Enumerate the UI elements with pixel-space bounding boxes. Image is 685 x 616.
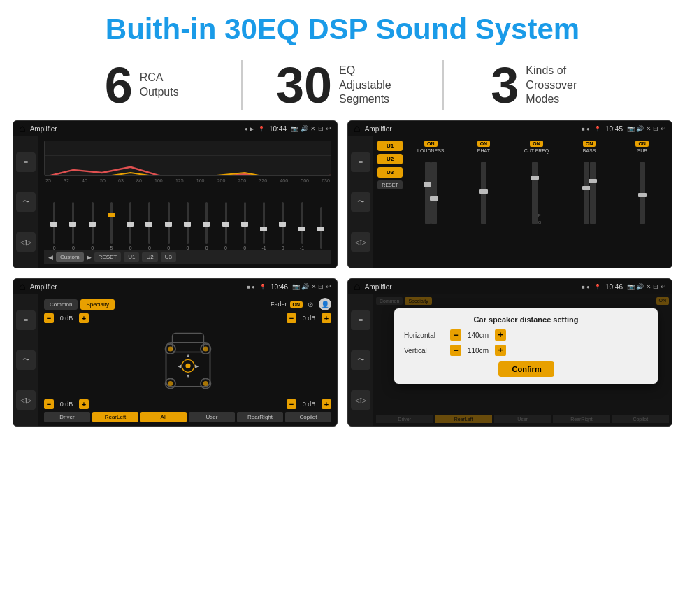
xo-screen-body: ≡ 〜 ◁▷ U1 U2 U3 RESET ON LOUDNESS (348, 136, 672, 268)
svg-text:◀: ◀ (177, 363, 181, 369)
fl-db-value: 0 dB (57, 315, 76, 322)
fl-plus[interactable]: + (79, 313, 89, 323)
dialog-screen-title: Amplifier (365, 283, 577, 291)
driver-btn[interactable]: Driver (44, 412, 90, 422)
home-icon[interactable]: ⌂ (19, 122, 26, 135)
fader-home-icon[interactable]: ⌂ (19, 280, 26, 293)
specialty-mode-btn[interactable]: Specialty (80, 299, 114, 310)
xo-home-icon[interactable]: ⌂ (354, 122, 361, 135)
fl-minus[interactable]: − (44, 313, 54, 323)
vertical-value: 110cm (464, 347, 492, 354)
xo-screen-header: ⌂ Amplifier ■ ● 📍 10:45 📷 🔊 ✕ ⊟ ↩ (348, 121, 672, 136)
eq-main-content: 253240506380100125160200250320400500630 … (38, 136, 337, 268)
horizontal-minus[interactable]: − (450, 329, 461, 341)
confirm-button[interactable]: Confirm (498, 361, 554, 377)
fader-mode-row: Common Specialty Fader ON ⊘ 👤 (44, 298, 331, 310)
dialog-sidebar-btn3[interactable]: ◁▷ (351, 390, 370, 410)
svg-text:▶: ▶ (195, 363, 199, 369)
eq-u3-btn[interactable]: U3 (161, 252, 176, 262)
stat-rca-label: RCA Outputs (140, 71, 179, 100)
all-btn[interactable]: All (140, 412, 187, 422)
svg-point-15 (185, 363, 190, 368)
svg-rect-0 (45, 141, 331, 176)
xo-u1-btn[interactable]: U1 (377, 141, 403, 151)
xo-sidebar-btn3[interactable]: ◁▷ (351, 232, 370, 252)
stat-crossover-number: 3 (491, 60, 519, 110)
rr-plus[interactable]: + (322, 399, 331, 409)
user-btn[interactable]: User (189, 412, 235, 422)
eq-screen-body: ≡ 〜 ◁▷ (13, 136, 337, 268)
xo-reset-btn[interactable]: RESET (377, 180, 403, 189)
horizontal-plus[interactable]: + (495, 329, 506, 341)
fader-sidebar-btn2[interactable]: 〜 (16, 350, 36, 370)
stats-row: 6 RCA Outputs 30 EQ Adjustable Segments … (0, 53, 685, 120)
rear-right-db: − 0 dB + (287, 399, 331, 409)
vertical-stepper: − 110cm + (450, 345, 506, 356)
fader-sidebar: ≡ 〜 ◁▷ (13, 294, 38, 426)
eq-u1-btn[interactable]: U1 (124, 252, 139, 262)
xo-u2-btn[interactable]: U2 (377, 154, 403, 164)
dialog-sidebar-btn2[interactable]: 〜 (351, 350, 370, 370)
common-mode-btn[interactable]: Common (44, 299, 78, 310)
sub-label: SUB (637, 148, 647, 153)
fader-screen: ⌂ Amplifier ■ ● 📍 10:46 📷 🔊 ✕ ⊟ ↩ ≡ 〜 ◁▷… (13, 278, 338, 427)
fader-screen-title: Amplifier (30, 283, 243, 291)
xo-u3-btn[interactable]: U3 (377, 167, 403, 178)
xo-screen-title: Amplifier (365, 125, 577, 133)
fader-sidebar-btn1[interactable]: ≡ (16, 310, 36, 330)
eq-sidebar-btn2[interactable]: 〜 (16, 192, 36, 212)
svg-point-13 (203, 380, 208, 385)
vertical-minus[interactable]: − (450, 345, 461, 356)
dialog-sidebar: ≡ 〜 ◁▷ (348, 294, 373, 426)
eq-screen: ⌂ Amplifier ● ▶ 📍 10:44 📷🔊✕⊟↩ ≡ 〜 ◁▷ (13, 120, 338, 268)
fader-on-badge[interactable]: ON (290, 301, 303, 308)
eq-custom-btn[interactable]: Custom (56, 252, 84, 262)
fr-plus[interactable]: + (322, 313, 331, 323)
rearleft-btn[interactable]: RearLeft (92, 412, 138, 422)
stat-eq-number: 30 (276, 60, 332, 110)
front-right-db: − 0 dB + (287, 313, 331, 323)
svg-point-10 (168, 346, 173, 351)
eq-screen-header: ⌂ Amplifier ● ▶ 📍 10:44 📷🔊✕⊟↩ (13, 121, 337, 136)
fr-minus[interactable]: − (287, 313, 296, 323)
xo-sidebar-btn1[interactable]: ≡ (351, 152, 370, 172)
eq-prev-icon[interactable]: ◀ (48, 254, 53, 261)
eq-play-icon[interactable]: ▶ (87, 254, 92, 261)
bass-label: BASS (583, 148, 596, 153)
dialog-sidebar-btn1[interactable]: ≡ (351, 310, 370, 330)
eq-screen-time: 10:44 (269, 125, 287, 133)
rr-minus[interactable]: − (287, 399, 296, 409)
loudness-on[interactable]: ON (424, 141, 438, 147)
rearright-btn[interactable]: RearRight (237, 412, 283, 422)
eq-u2-btn[interactable]: U2 (142, 252, 157, 262)
stat-rca: 6 RCA Outputs (42, 60, 241, 110)
phat-on[interactable]: ON (477, 141, 491, 147)
eq-sidebar-btn1[interactable]: ≡ (16, 152, 36, 172)
xo-sidebar: ≡ 〜 ◁▷ (348, 136, 373, 268)
bass-on[interactable]: ON (583, 141, 596, 147)
eq-reset-btn[interactable]: RESET (94, 252, 122, 262)
cutfreq-on[interactable]: ON (530, 141, 543, 147)
horizontal-row: Horizontal − 140cm + (404, 329, 648, 341)
eq-sliders[interactable]: 0 0 0 5 0 0 0 0 0 0 0 -1 0 -1 (44, 185, 331, 250)
svg-text:▲: ▲ (185, 352, 190, 358)
vertical-plus[interactable]: + (495, 345, 506, 356)
rl-minus[interactable]: − (44, 399, 54, 409)
rl-plus[interactable]: + (79, 399, 89, 409)
eq-sidebar-btn3[interactable]: ◁▷ (16, 232, 36, 252)
dialog-home-icon[interactable]: ⌂ (354, 280, 361, 293)
vertical-row: Vertical − 110cm + (404, 345, 648, 356)
svg-point-12 (168, 380, 173, 385)
front-left-db: − 0 dB + (44, 313, 89, 323)
stat-eq-label: EQ Adjustable Segments (339, 64, 409, 107)
horizontal-value: 140cm (464, 331, 492, 339)
fader-settings-icon[interactable]: 👤 (319, 298, 331, 310)
xo-sidebar-btn2[interactable]: 〜 (351, 192, 370, 212)
sub-on[interactable]: ON (635, 141, 649, 147)
stat-crossover-label: Kinds of Crossover Modes (526, 64, 596, 107)
stat-crossover: 3 Kinds of Crossover Modes (442, 60, 643, 110)
fader-screen-body: ≡ 〜 ◁▷ Common Specialty Fader ON ⊘ 👤 (13, 294, 337, 426)
copilot-btn[interactable]: Copilot (285, 412, 331, 422)
fader-header-icons: 📷 🔊 ✕ ⊟ ↩ (292, 283, 331, 290)
fader-sidebar-btn3[interactable]: ◁▷ (16, 390, 36, 410)
